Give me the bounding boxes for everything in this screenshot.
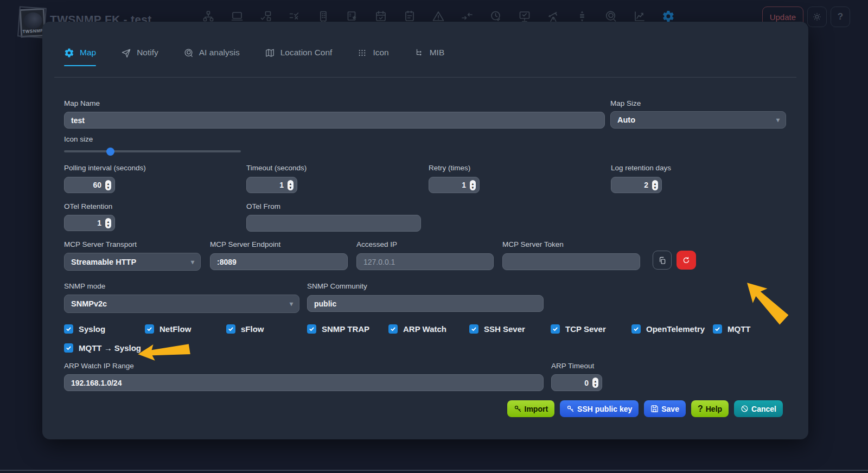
number-spinner[interactable]: ▴▾: [288, 180, 293, 190]
checkbox-checked-icon: [64, 343, 73, 353]
brain-icon: [183, 48, 194, 58]
tabs-divider: [54, 77, 796, 78]
tab-label: Location Conf: [280, 48, 333, 57]
chevron-down-icon: ▾: [776, 116, 780, 124]
number-spinner[interactable]: ▴▾: [105, 180, 111, 190]
mcp-endpoint-label: MCP Server Endpoint: [210, 240, 280, 248]
save-icon: [650, 405, 659, 413]
number-spinner[interactable]: ▴▾: [592, 378, 598, 388]
dialog-footer: Import SSH public key Save ? Help Cancel: [507, 400, 783, 417]
arp-range-input[interactable]: [64, 374, 544, 391]
gear-icon: [64, 48, 74, 58]
tab-location-conf[interactable]: Location Conf: [265, 39, 333, 66]
help-button-footer[interactable]: ? Help: [691, 400, 729, 417]
mcp-transport-select[interactable]: Streamable HTTP ▾: [64, 253, 201, 271]
tab-label: MIB: [430, 48, 445, 57]
icon-size-thumb[interactable]: [106, 148, 114, 156]
timeout-label: Timeout (seconds): [246, 164, 307, 172]
send-icon: [121, 48, 131, 58]
log-retention-input[interactable]: 2 ▴▾: [611, 177, 662, 193]
otel-from-input[interactable]: [246, 215, 421, 232]
checkbox-checked-icon: [631, 324, 641, 334]
arp-range-label: ARP Watch IP Range: [64, 362, 134, 370]
snmp-community-input[interactable]: [307, 295, 544, 312]
regenerate-token-button[interactable]: [676, 251, 696, 270]
checkbox-checked-icon: [226, 324, 235, 334]
settings-dialog: Map Notify AI analysis Location Conf Ico…: [42, 22, 808, 439]
checkbox-opentelemetry[interactable]: OpenTelemetry: [631, 324, 705, 334]
checkbox-checked-icon: [64, 324, 73, 334]
map-size-label: Map Size: [610, 99, 641, 107]
checkbox-syslog[interactable]: Syslog: [64, 324, 105, 334]
log-retention-label: Log retention days: [611, 164, 671, 172]
key-icon: [566, 405, 575, 413]
accessed-ip-input[interactable]: [356, 253, 494, 270]
ban-icon: [741, 405, 749, 413]
map-name-label: Map Name: [64, 99, 100, 107]
tab-notify[interactable]: Notify: [121, 39, 158, 66]
map-icon: [265, 48, 275, 58]
map-size-select[interactable]: Auto ▾: [610, 111, 786, 129]
timeout-input[interactable]: 1 ▴▾: [246, 177, 297, 193]
copy-token-button[interactable]: [653, 251, 672, 270]
checkbox-checked-icon: [469, 324, 478, 334]
tab-mib[interactable]: MIB: [414, 39, 445, 66]
window-bottom-edge: [0, 470, 868, 471]
number-spinner[interactable]: ▴▾: [652, 180, 658, 190]
arp-timeout-input[interactable]: 0 ▴▾: [551, 374, 602, 391]
dialog-tabs: Map Notify AI analysis Location Conf Ico…: [64, 39, 444, 66]
polling-interval-input[interactable]: 60 ▴▾: [64, 177, 115, 193]
checkbox-sflow[interactable]: sFlow: [226, 324, 264, 334]
checkbox-checked-icon: [307, 324, 316, 334]
number-spinner[interactable]: ▴▾: [105, 218, 111, 228]
mcp-endpoint-input[interactable]: [210, 253, 348, 270]
checkbox-checked-icon: [713, 324, 722, 334]
tree-icon: [414, 48, 424, 58]
checkbox-ssh-server[interactable]: SSH Sever: [469, 324, 525, 334]
tab-map[interactable]: Map: [64, 39, 96, 66]
help-button[interactable]: ?: [831, 7, 850, 27]
tab-label: Map: [80, 48, 96, 57]
checkbox-netflow[interactable]: NetFlow: [145, 324, 191, 334]
map-name-input[interactable]: [64, 112, 605, 129]
import-button[interactable]: Import: [507, 400, 555, 417]
otel-retention-input[interactable]: 1 ▴▾: [64, 215, 115, 231]
tab-label: Icon: [373, 48, 388, 57]
annotation-arrow-large: [717, 273, 793, 350]
checkbox-checked-icon: [388, 324, 398, 334]
otel-retention-label: OTel Retention: [64, 202, 112, 210]
checkbox-checked-icon: [551, 324, 560, 334]
logo-text: TWSNMP: [22, 28, 43, 36]
refresh-icon: [682, 256, 691, 265]
checkbox-checked-icon: [145, 324, 154, 334]
snmp-community-label: SNMP Community: [307, 282, 367, 290]
ssh-public-key-button[interactable]: SSH public key: [560, 400, 639, 417]
cancel-button[interactable]: Cancel: [734, 400, 783, 417]
snmp-mode-label: SNMP mode: [64, 282, 105, 290]
question-icon: ?: [698, 404, 703, 414]
tab-icon[interactable]: Icon: [357, 39, 388, 66]
checkbox-tcp-server[interactable]: TCP Sever: [551, 324, 606, 334]
logo-image: [23, 12, 43, 29]
snmp-mode-select[interactable]: SNMPv2c ▾: [64, 295, 299, 313]
save-button[interactable]: Save: [644, 400, 686, 417]
checkbox-mqtt-to-syslog[interactable]: MQTT → Syslog: [64, 343, 141, 353]
mcp-token-input[interactable]: [502, 253, 640, 270]
checkbox-arp-watch[interactable]: ARP Watch: [388, 324, 446, 334]
annotation-arrow-small: [136, 339, 192, 364]
checkbox-snmp-trap[interactable]: SNMP TRAP: [307, 324, 369, 334]
tab-label: Notify: [137, 48, 158, 57]
copy-icon: [658, 256, 667, 265]
tab-ai-analysis[interactable]: AI analysis: [183, 39, 240, 66]
checkbox-mqtt[interactable]: MQTT: [713, 324, 751, 334]
tab-label: AI analysis: [199, 48, 240, 57]
chevron-down-icon: ▾: [191, 258, 194, 266]
otel-from-label: OTel From: [246, 202, 280, 210]
retry-input[interactable]: 1 ▴▾: [429, 177, 480, 193]
accessed-ip-label: Accessed IP: [356, 240, 397, 248]
icon-size-slider[interactable]: [64, 150, 241, 152]
number-spinner[interactable]: ▴▾: [470, 180, 476, 190]
theme-toggle-button[interactable]: [807, 7, 827, 27]
grid-dots-icon: [357, 48, 367, 58]
mcp-token-label: MCP Server Token: [502, 240, 564, 248]
